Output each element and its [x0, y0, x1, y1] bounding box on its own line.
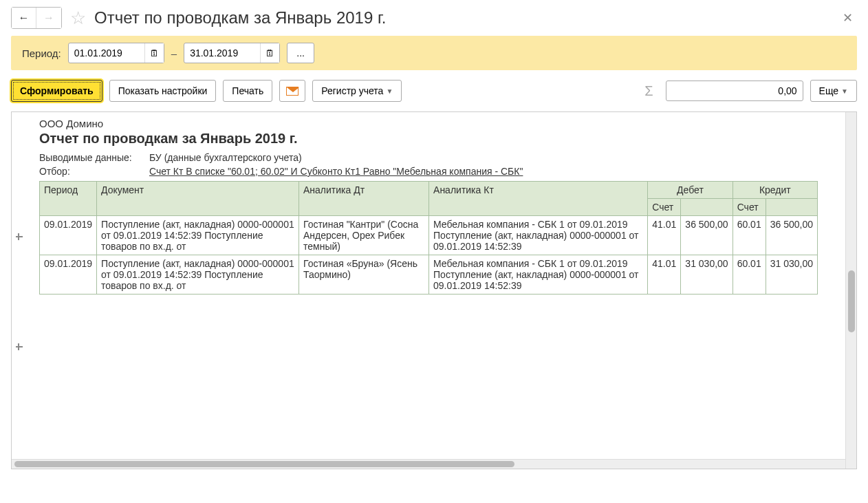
- output-data-value: БУ (данные бухгалтерского учета): [149, 152, 302, 163]
- report-table: Период Документ Аналитика Дт Аналитика К…: [39, 181, 818, 295]
- outline-column: [12, 112, 25, 459]
- col-credit-sum: [766, 199, 817, 216]
- form-button[interactable]: Сформировать: [11, 80, 102, 102]
- favorite-icon[interactable]: ☆: [70, 8, 86, 29]
- horizontal-scroll-thumb[interactable]: [14, 461, 514, 467]
- col-analytic-dt: Аналитика Дт: [299, 182, 428, 216]
- date-to-field: 🗓: [184, 43, 280, 63]
- cell-kt-sum: 36 500,00: [766, 216, 817, 255]
- close-icon[interactable]: ✕: [838, 10, 857, 25]
- period-label: Период:: [22, 47, 61, 59]
- nav-buttons: ← →: [11, 7, 62, 29]
- back-button[interactable]: ←: [12, 8, 36, 28]
- page-title: Отчет по проводкам за Январь 2019 г.: [94, 8, 386, 28]
- period-picker-button[interactable]: ...: [287, 43, 314, 63]
- cell-dt-acc: 41.01: [648, 255, 681, 295]
- col-debit-sum: [681, 199, 733, 216]
- period-panel: Период: 🗓 – 🗓 ...: [11, 36, 857, 70]
- more-button[interactable]: Еще ▼: [810, 80, 857, 102]
- cell-an-dt: Гостиная "Кантри" (Сосна Андерсен, Орех …: [299, 216, 428, 255]
- expand-marker[interactable]: [16, 346, 23, 347]
- report-content[interactable]: ООО Домино Отчет по проводкам за Январь …: [12, 112, 845, 469]
- cell-document: Поступление (акт, накладная) 0000-000001…: [97, 216, 299, 255]
- cell-an-kt: Мебельная компания - СБК 1 от 09.01.2019…: [429, 255, 648, 295]
- date-from-input[interactable]: [69, 47, 144, 58]
- company-name: ООО Домино: [39, 118, 818, 129]
- filter-value: Счет Кт В списке "60.01; 60.02" И Субкон…: [149, 166, 523, 177]
- more-label: Еще: [819, 85, 839, 96]
- table-row[interactable]: 09.01.2019Поступление (акт, накладная) 0…: [40, 216, 818, 255]
- filter-label: Отбор:: [39, 166, 149, 177]
- cell-dt-acc: 41.01: [648, 216, 681, 255]
- toolbar: Сформировать Показать настройки Печать Р…: [0, 70, 868, 111]
- email-button[interactable]: [279, 80, 305, 102]
- table-row[interactable]: 09.01.2019Поступление (акт, накладная) 0…: [40, 255, 818, 295]
- sum-icon: Σ: [639, 83, 658, 99]
- report-title: Отчет по проводкам за Январь 2019 г.: [39, 131, 818, 147]
- chevron-down-icon: ▼: [841, 87, 848, 95]
- col-period: Период: [40, 182, 97, 216]
- date-to-input[interactable]: [184, 47, 260, 58]
- cell-dt-sum: 36 500,00: [681, 216, 733, 255]
- sum-input[interactable]: [666, 81, 803, 101]
- cell-kt-acc: 60.01: [733, 255, 766, 295]
- cell-kt-acc: 60.01: [733, 216, 766, 255]
- print-button[interactable]: Печать: [223, 80, 272, 102]
- calendar-icon[interactable]: 🗓: [144, 43, 164, 63]
- date-from-field: 🗓: [68, 43, 164, 63]
- mail-icon: [286, 87, 299, 96]
- horizontal-scrollbar[interactable]: [12, 459, 845, 469]
- register-button[interactable]: Регистр учета ▼: [312, 80, 402, 102]
- cell-period: 09.01.2019: [40, 216, 97, 255]
- cell-an-kt: Мебельная компания - СБК 1 от 09.01.2019…: [429, 216, 648, 255]
- col-credit-account: Счет: [733, 199, 766, 216]
- cell-dt-sum: 31 030,00: [681, 255, 733, 295]
- cell-period: 09.01.2019: [40, 255, 97, 295]
- col-document: Документ: [97, 182, 299, 216]
- period-separator: –: [171, 47, 177, 59]
- show-settings-button[interactable]: Показать настройки: [109, 80, 217, 102]
- cell-kt-sum: 31 030,00: [766, 255, 817, 295]
- report-area: ООО Домино Отчет по проводкам за Январь …: [11, 111, 857, 469]
- vertical-scrollbar[interactable]: [845, 112, 856, 469]
- vertical-scroll-thumb[interactable]: [848, 270, 855, 332]
- output-data-label: Выводимые данные:: [39, 152, 149, 163]
- register-label: Регистр учета: [321, 85, 383, 96]
- forward-button[interactable]: →: [36, 8, 61, 28]
- col-debit: Дебет: [648, 182, 733, 199]
- col-credit: Кредит: [733, 182, 817, 199]
- col-debit-account: Счет: [648, 199, 681, 216]
- cell-document: Поступление (акт, накладная) 0000-000001…: [97, 255, 299, 295]
- chevron-down-icon: ▼: [386, 87, 393, 95]
- col-analytic-kt: Аналитика Кт: [429, 182, 648, 216]
- cell-an-dt: Гостиная «Бруна» (Ясень Таормино): [299, 255, 428, 295]
- expand-marker[interactable]: [16, 236, 23, 237]
- calendar-icon[interactable]: 🗓: [260, 43, 279, 63]
